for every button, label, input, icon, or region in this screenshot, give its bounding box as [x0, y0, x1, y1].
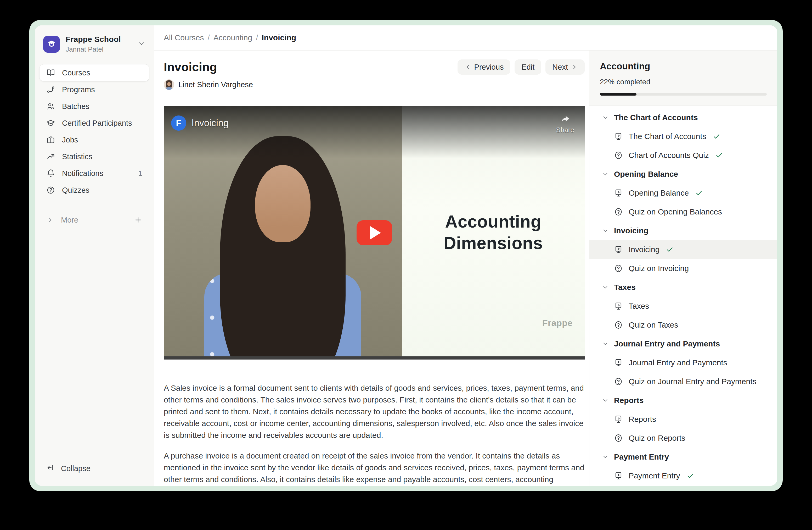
channel-avatar[interactable]: F [171, 115, 186, 131]
outline-section[interactable]: The Chart of Accounts [589, 108, 777, 127]
collapse-label: Collapse [61, 464, 90, 473]
quiz-icon [614, 434, 623, 443]
slide-title: Accounting Dimensions [402, 211, 585, 254]
outline-section[interactable]: Invoicing [589, 221, 777, 240]
outline-lesson-item[interactable]: Taxes [589, 297, 777, 316]
school-switcher[interactable]: Frappe School Jannat Patel [40, 33, 149, 55]
sidebar: Frappe School Jannat Patel Courses [35, 25, 154, 486]
quiz-icon [614, 264, 623, 273]
chevron-down-icon [602, 227, 609, 234]
outline-lesson-item[interactable]: Opening Balance [589, 184, 777, 203]
outline-header: Accounting 22% completed [589, 51, 777, 106]
completed-check-icon [666, 246, 673, 253]
chevron-down-icon [602, 114, 609, 121]
frappe-watermark: Frappe [542, 318, 572, 328]
share-button[interactable]: Share [556, 113, 574, 134]
course-outline: Accounting 22% completed The Chart of Ac… [589, 51, 777, 486]
next-button[interactable]: Next [546, 59, 585, 75]
outline-section[interactable]: Taxes [589, 278, 777, 297]
help-circle-icon [46, 186, 55, 195]
quiz-label: Quiz on Reports [629, 434, 685, 443]
breadcrumb-current: Invoicing [262, 33, 296, 42]
outline-section[interactable]: Journal Entry and Payments [589, 334, 777, 353]
outline-quiz-item[interactable]: Quiz on Reports [589, 429, 777, 447]
chevron-down-icon [602, 397, 609, 404]
outline-section[interactable]: Opening Balance [589, 165, 777, 184]
sidebar-item-programs[interactable]: Programs [40, 81, 149, 98]
sidebar-item-label: Jobs [62, 136, 78, 144]
plus-icon[interactable] [134, 216, 142, 224]
edit-button[interactable]: Edit [514, 59, 541, 75]
sidebar-item-label: Certified Participants [62, 119, 132, 127]
section-title: Invoicing [614, 226, 649, 235]
outline-lesson-item[interactable]: Payment Entry [589, 466, 777, 485]
author-avatar [164, 79, 174, 90]
collapse-arrow-icon [46, 463, 55, 474]
lesson-label: The Chart of Accounts [629, 132, 706, 141]
sidebar-item-notifications[interactable]: Notifications 1 [40, 165, 149, 182]
app-window: Frappe School Jannat Patel Courses [35, 25, 777, 486]
course-title: Accounting [600, 61, 767, 71]
sidebar-item-quizzes[interactable]: Quizzes [40, 182, 149, 198]
progress-label: 22% completed [600, 78, 767, 86]
outline-section[interactable]: Reports [589, 391, 777, 410]
outline-quiz-item[interactable]: Chart of Accounts Quiz [589, 146, 777, 165]
quiz-label: Quiz on Opening Balances [629, 207, 722, 216]
video-title[interactable]: Invoicing [191, 117, 229, 128]
video-lesson-icon [614, 415, 623, 424]
next-button-label: Next [552, 63, 568, 71]
previous-button[interactable]: Previous [458, 59, 511, 75]
sidebar-more-label: More [61, 216, 78, 224]
section-title: Journal Entry and Payments [614, 339, 720, 348]
outline-lesson-item[interactable]: Journal Entry and Payments [589, 353, 777, 372]
video-player[interactable]: Accounting Dimensions Frappe F Invoicing [164, 106, 585, 360]
chevron-down-icon [602, 340, 609, 347]
breadcrumb-bar: All Courses / Accounting / Invoicing [154, 25, 777, 51]
sidebar-item-label: Quizzes [62, 186, 89, 195]
lesson-label: Opening Balance [629, 189, 689, 197]
sidebar-item-statistics[interactable]: Notifications Statistics [40, 148, 149, 165]
progress-track [600, 93, 767, 96]
video-lesson-icon [614, 132, 623, 141]
chevron-down-icon [137, 40, 145, 49]
page-title: Invoicing [164, 60, 217, 74]
outline-lesson-item-current[interactable]: Invoicing [589, 240, 777, 259]
sidebar-item-batches[interactable]: Batches [40, 98, 149, 115]
quiz-label: Quiz on Invoicing [629, 264, 689, 273]
sidebar-item-jobs[interactable]: Jobs [40, 131, 149, 148]
presenter-face [255, 165, 310, 242]
video-gradient-overlay [164, 106, 585, 158]
graduation-cap-logo-icon [46, 39, 57, 50]
video-progress-bar[interactable] [164, 357, 585, 360]
lesson-label: Taxes [629, 302, 649, 310]
breadcrumb-all-courses[interactable]: All Courses [164, 33, 204, 42]
outline-section[interactable]: Payment Entry [589, 447, 777, 466]
sidebar-item-certified-participants[interactable]: Certified Participants [40, 115, 149, 131]
book-open-icon [46, 68, 55, 77]
video-title-row: F Invoicing [171, 115, 229, 131]
outline-quiz-item[interactable]: Quiz on Journal Entry and Payments [589, 372, 777, 391]
main-area: All Courses / Accounting / Invoicing Inv… [154, 25, 777, 486]
quiz-icon [614, 207, 623, 216]
school-name: Frappe School [66, 35, 132, 44]
video-lesson-icon [614, 471, 623, 480]
completed-check-icon [686, 472, 694, 480]
video-lesson-icon [614, 358, 623, 367]
play-button[interactable] [357, 220, 392, 245]
quiz-icon [614, 321, 623, 330]
outline-quiz-item[interactable]: Quiz on Invoicing [589, 259, 777, 278]
sidebar-item-label: Notifications [62, 169, 103, 178]
outline-quiz-item[interactable]: Quiz on Opening Balances [589, 203, 777, 221]
sidebar-item-courses[interactable]: Courses [40, 65, 149, 81]
quiz-icon [614, 151, 623, 160]
breadcrumb-separator: / [256, 33, 258, 42]
outline-lesson-item[interactable]: Reports [589, 410, 777, 429]
breadcrumb-accounting[interactable]: Accounting [214, 33, 252, 42]
route-icon [46, 85, 55, 94]
sidebar-collapse-button[interactable]: Collapse [40, 460, 149, 477]
sidebar-item-more[interactable]: More [40, 212, 149, 228]
lesson-paragraph: A Sales invoice is a formal document sen… [164, 382, 585, 441]
section-title: Reports [614, 396, 643, 405]
outline-quiz-item[interactable]: Quiz on Taxes [589, 316, 777, 334]
outline-lesson-item[interactable]: The Chart of Accounts [589, 127, 777, 146]
